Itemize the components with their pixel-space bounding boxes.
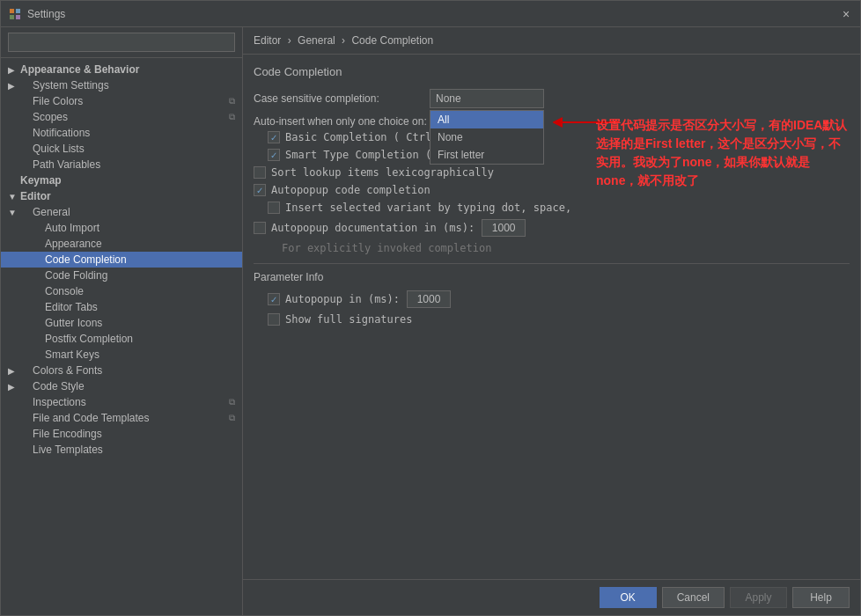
- sort-lookup-checkbox[interactable]: [254, 166, 266, 179]
- autopopup-doc-input[interactable]: [482, 219, 526, 237]
- sidebar-item-code-folding[interactable]: Code Folding: [1, 268, 242, 283]
- show-full-row: Show full signatures: [268, 313, 850, 326]
- sidebar-item-label: Colors & Fonts: [33, 364, 102, 377]
- sidebar-item-notifications[interactable]: Notifications: [1, 125, 242, 141]
- dropdown-option-all[interactable]: All: [430, 111, 543, 128]
- sidebar-item-code-completion[interactable]: Code Completion: [1, 252, 242, 268]
- insert-variant-row: Insert selected variant by typing dot, s…: [268, 202, 850, 214]
- sidebar: ▶Appearance & Behavior▶System SettingsFi…: [1, 27, 243, 615]
- sidebar-item-file-code-templates[interactable]: File and Code Templates⧉: [1, 410, 242, 426]
- svg-rect-3: [16, 15, 20, 19]
- sidebar-item-editor[interactable]: ▼Editor: [1, 188, 242, 204]
- smart-completion-checkbox[interactable]: [268, 149, 280, 161]
- autopop-ms-label: Autopopup in (ms):: [285, 293, 400, 305]
- help-button[interactable]: Help: [792, 587, 850, 608]
- auto-insert-label: Auto-insert when only one choice on:: [254, 115, 430, 128]
- sidebar-item-file-colors[interactable]: File Colors⧉: [1, 93, 242, 109]
- sidebar-item-code-style[interactable]: ▶Code Style: [1, 378, 242, 394]
- sidebar-item-scopes[interactable]: Scopes⧉: [1, 109, 242, 125]
- sidebar-item-label: Editor: [20, 190, 51, 202]
- sidebar-item-label: Gutter Icons: [45, 317, 102, 329]
- section-divider: [254, 263, 850, 264]
- explicit-label: For explicitly invoked completion: [282, 242, 850, 254]
- dropdown-option-first-letter[interactable]: First letter: [430, 146, 543, 164]
- sidebar-item-quick-lists[interactable]: Quick Lists: [1, 141, 242, 157]
- sort-lookup-label: Sort lookup items lexicographically: [271, 166, 494, 179]
- sidebar-item-label: Code Style: [33, 380, 85, 392]
- tree: ▶Appearance & Behavior▶System SettingsFi…: [1, 58, 242, 615]
- sidebar-item-inspections[interactable]: Inspections⧉: [1, 394, 242, 410]
- panel-title: Code Completion: [254, 65, 850, 78]
- autopop-ms-checkbox[interactable]: [268, 293, 280, 305]
- sidebar-item-gutter-icons[interactable]: Gutter Icons: [1, 315, 242, 331]
- sidebar-item-file-encodings[interactable]: File Encodings: [1, 426, 242, 442]
- sidebar-item-appearance[interactable]: Appearance: [1, 236, 242, 252]
- svg-rect-0: [10, 9, 14, 13]
- autopopup-checkbox[interactable]: [254, 184, 266, 196]
- sidebar-item-editor-tabs[interactable]: Editor Tabs: [1, 299, 242, 315]
- footer: OK Cancel Apply Help: [243, 579, 860, 615]
- breadcrumb-editor: Editor: [254, 34, 281, 47]
- sidebar-item-label: Scopes: [33, 111, 68, 123]
- sidebar-item-general[interactable]: ▼General: [1, 204, 242, 220]
- sidebar-item-label: System Settings: [33, 79, 109, 92]
- panel: Code Completion Case sensitive completio…: [243, 55, 860, 579]
- breadcrumb-sep2: ›: [342, 34, 348, 47]
- sidebar-item-label: Smart Keys: [45, 348, 99, 361]
- autopopup-doc-label: Autopopup documentation in (ms):: [271, 222, 475, 234]
- sidebar-item-label: Appearance & Behavior: [20, 63, 139, 76]
- sidebar-item-label: Inspections: [33, 396, 86, 408]
- sidebar-item-label: Code Folding: [45, 269, 107, 282]
- sidebar-item-live-templates[interactable]: Live Templates: [1, 442, 242, 458]
- sidebar-item-auto-import[interactable]: Auto Import: [1, 220, 242, 236]
- autopop-ms-input[interactable]: [407, 290, 451, 308]
- sidebar-item-label: Notifications: [33, 127, 90, 139]
- sidebar-item-colors-fonts[interactable]: ▶Colors & Fonts: [1, 363, 242, 378]
- sidebar-item-label: Appearance: [45, 238, 102, 250]
- autopopup-label: Autopopup code completion: [271, 184, 430, 196]
- annotation-text: 设置代码提示是否区分大小写，有的IDEA默认选择的是First letter，这…: [596, 116, 851, 190]
- arrow-icon: ▼: [8, 192, 20, 202]
- window-title: Settings: [27, 8, 839, 20]
- copy-icon: ⧉: [229, 96, 235, 106]
- autopopup-doc-checkbox[interactable]: [254, 222, 266, 234]
- ok-button[interactable]: OK: [600, 587, 657, 608]
- case-sensitive-label: Case sensitive completion:: [254, 92, 430, 105]
- dropdown-option-none[interactable]: None: [430, 128, 543, 146]
- show-full-label: Show full signatures: [285, 313, 413, 326]
- close-button[interactable]: ×: [839, 7, 853, 21]
- sidebar-item-label: Live Templates: [33, 444, 103, 456]
- sidebar-item-console[interactable]: Console: [1, 283, 242, 299]
- sidebar-item-keymap[interactable]: Keymap: [1, 172, 242, 188]
- sidebar-item-appearance-behavior[interactable]: ▶Appearance & Behavior: [1, 62, 242, 77]
- case-sensitive-row: Case sensitive completion: None All Firs…: [254, 89, 850, 108]
- apply-button[interactable]: Apply: [730, 587, 787, 608]
- title-bar: Settings ×: [1, 1, 860, 27]
- sidebar-item-label: File Colors: [33, 95, 83, 107]
- breadcrumb: Editor › General › Code Completion: [243, 27, 860, 55]
- sidebar-item-label: Console: [45, 285, 84, 297]
- insert-variant-checkbox[interactable]: [268, 202, 280, 214]
- sidebar-item-label: File Encodings: [33, 428, 102, 440]
- arrow-icon: ▶: [8, 366, 20, 376]
- search-box: [1, 27, 242, 58]
- sidebar-item-smart-keys[interactable]: Smart Keys: [1, 347, 242, 363]
- sidebar-item-path-variables[interactable]: Path Variables: [1, 157, 242, 172]
- arrow-icon: ▼: [8, 208, 20, 217]
- sidebar-item-postfix-completion[interactable]: Postfix Completion: [1, 331, 242, 347]
- case-sensitive-select[interactable]: None All First letter: [430, 89, 544, 108]
- main-content: ▶Appearance & Behavior▶System SettingsFi…: [1, 27, 860, 615]
- sidebar-item-label: Path Variables: [33, 158, 100, 171]
- sidebar-item-label: Editor Tabs: [45, 301, 98, 313]
- autopop-ms-row: Autopopup in (ms):: [268, 290, 850, 308]
- sidebar-item-label: Auto Import: [45, 222, 99, 234]
- sidebar-item-system-settings[interactable]: ▶System Settings: [1, 77, 242, 93]
- cancel-button[interactable]: Cancel: [662, 587, 725, 608]
- search-input[interactable]: [8, 33, 235, 52]
- basic-completion-checkbox[interactable]: [268, 131, 280, 143]
- show-full-checkbox[interactable]: [268, 313, 280, 326]
- case-sensitive-select-wrapper: None All First letter All None First let…: [430, 89, 544, 108]
- copy-icon: ⧉: [229, 397, 235, 407]
- case-sensitive-dropdown: All None First letter: [430, 110, 544, 165]
- svg-rect-1: [16, 9, 20, 13]
